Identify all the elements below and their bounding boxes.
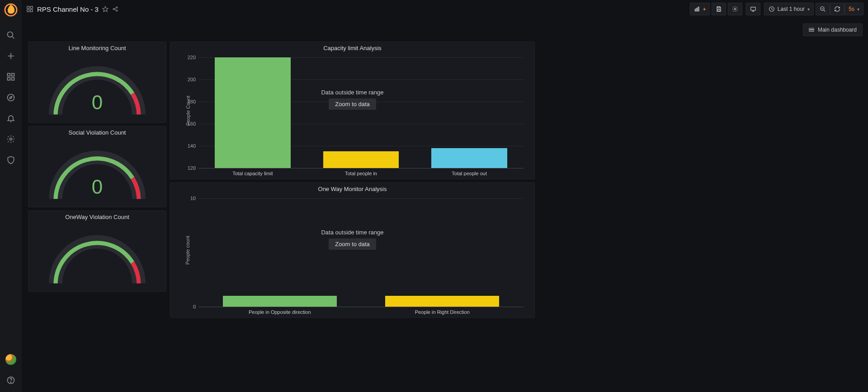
y-axis-label: People count (185, 236, 190, 265)
panel-social-violation[interactable]: Social Violation Count 0 (28, 126, 166, 207)
svg-rect-26 (697, 8, 698, 11)
y-tick-label: 180 (188, 99, 196, 104)
svg-marker-10 (10, 97, 12, 99)
bar (431, 148, 507, 168)
y-tick-label: 120 (188, 165, 196, 171)
svg-rect-15 (27, 6, 29, 9)
help-icon[interactable] (4, 373, 18, 387)
refresh-interval-label: 5s (849, 6, 854, 12)
svg-rect-16 (30, 6, 33, 9)
y-tick-label: 0 (193, 304, 196, 309)
overlay-text: Data outside time range (321, 229, 383, 236)
svg-rect-7 (8, 78, 10, 80)
panel-title: Line Monitoring Count (28, 42, 166, 52)
plus-icon[interactable] (4, 49, 18, 63)
bar (323, 151, 399, 168)
y-tick-label: 220 (188, 55, 196, 60)
svg-rect-6 (12, 74, 14, 76)
x-category-label: Total capacity limit (198, 168, 307, 176)
grafana-logo[interactable] (4, 3, 18, 17)
svg-rect-29 (718, 9, 720, 11)
chevron-down-icon: ▾ (857, 7, 859, 12)
save-dashboard-button[interactable] (712, 3, 726, 15)
search-icon[interactable] (4, 28, 18, 42)
x-category-label: People in Right Direction (361, 307, 524, 315)
y-tick-label: 140 (188, 143, 196, 149)
panel-title: OneWay Violation Count (28, 211, 166, 221)
svg-rect-8 (12, 78, 14, 80)
svg-rect-5 (8, 74, 10, 76)
plot-area: 120140160180200220Total capacity limitTo… (198, 57, 524, 168)
svg-point-30 (735, 8, 736, 10)
bar (215, 57, 291, 168)
svg-line-24 (114, 9, 117, 10)
gauge-column: Line Monitoring Count 0 Social Violation… (28, 42, 166, 295)
overlay-text: Data outside time range (321, 89, 383, 96)
overlay-message: Data outside time range Zoom to data (321, 229, 383, 250)
refresh-button[interactable] (830, 3, 844, 15)
apps-icon[interactable] (4, 70, 18, 84)
panel-title: Social Violation Count (28, 126, 166, 137)
add-panel-button[interactable]: + (690, 3, 710, 15)
time-range-label: Last 1 hour (778, 6, 805, 12)
panel-capacity-limit-analysis[interactable]: Capacity limit Analysis People Count 120… (170, 42, 535, 179)
y-tick-label: 200 (188, 77, 196, 82)
bar (385, 296, 499, 307)
svg-line-23 (114, 8, 117, 9)
panel-title: Capacity limit Analysis (170, 42, 534, 52)
refresh-interval-picker[interactable]: 5s▾ (844, 3, 863, 15)
plot-area: 010People in Opposite directionPeople in… (198, 198, 524, 307)
star-icon[interactable] (102, 6, 108, 12)
y-tick-label: 160 (188, 121, 196, 126)
page-title: RPS Channel No - 3 (37, 5, 99, 13)
topbar: RPS Channel No - 3 + Last 1 hour ▾ 5s▾ (22, 0, 868, 18)
menu-icon (809, 28, 814, 32)
x-category-label: People in Opposite direction (198, 307, 361, 315)
zoom-to-data-button[interactable]: Zoom to data (329, 238, 376, 250)
svg-line-2 (12, 37, 14, 39)
main-dashboard-label: Main dashboard (818, 27, 857, 33)
gauge-value: 0 (92, 91, 103, 114)
gauge-value: 0 (92, 176, 103, 198)
svg-point-9 (8, 94, 14, 101)
overlay-message: Data outside time range Zoom to data (321, 89, 383, 110)
x-category-label: Total people in (307, 168, 415, 176)
svg-marker-19 (103, 6, 108, 12)
panel-line-monitoring[interactable]: Line Monitoring Count 0 (28, 42, 166, 123)
svg-point-1 (8, 32, 13, 37)
main-dashboard-button[interactable]: Main dashboard (803, 23, 863, 36)
svg-rect-18 (30, 9, 33, 12)
shield-icon[interactable] (4, 153, 18, 167)
y-tick-label: 10 (190, 196, 196, 201)
chevron-down-icon: ▾ (807, 7, 810, 12)
avatar[interactable] (5, 354, 16, 365)
compass-icon[interactable] (4, 90, 18, 105)
svg-rect-27 (698, 7, 699, 11)
zoom-to-data-button[interactable]: Zoom to data (329, 98, 376, 110)
svg-line-36 (824, 10, 825, 11)
dashboard-breadcrumb-icon[interactable] (26, 5, 33, 13)
settings-button[interactable] (728, 3, 742, 15)
share-icon[interactable] (112, 6, 118, 12)
bar (223, 296, 337, 307)
panel-oneway-violation[interactable]: OneWay Violation Count (28, 210, 166, 292)
svg-rect-28 (718, 7, 720, 8)
bell-icon[interactable] (4, 111, 18, 126)
sidebar (0, 0, 22, 392)
svg-rect-17 (27, 9, 29, 12)
svg-rect-31 (751, 7, 756, 10)
tv-mode-button[interactable] (746, 3, 760, 15)
svg-point-14 (10, 382, 11, 383)
time-range-picker[interactable]: Last 1 hour ▾ (764, 3, 814, 15)
svg-point-12 (10, 138, 12, 140)
x-category-label: Total people out (415, 168, 524, 176)
zoom-out-button[interactable] (816, 3, 830, 15)
panel-title: One Way Monitor Analysis (170, 183, 534, 193)
svg-rect-25 (695, 9, 696, 11)
panel-one-way-monitor[interactable]: One Way Monitor Analysis People count 01… (170, 182, 535, 318)
gear-icon[interactable] (4, 132, 18, 146)
